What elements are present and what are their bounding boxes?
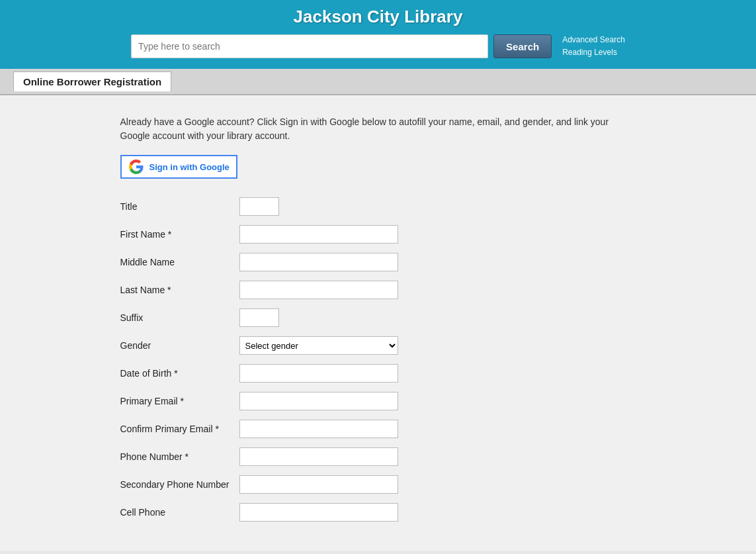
form-row-phone: Phone Number * [120,447,636,466]
form-row-cell-phone: Cell Phone [120,503,636,522]
label-cell-phone: Cell Phone [120,507,239,518]
form-row-middle-name: Middle Name [120,253,636,271]
advanced-search-link[interactable]: Advanced Search [562,34,625,46]
middle-name-field[interactable] [239,253,398,271]
reading-levels-link[interactable]: Reading Levels [562,46,617,59]
suffix-field[interactable] [239,308,279,327]
label-gender: Gender [120,340,239,351]
main-content: Already have a Google account? Click Sig… [0,95,756,551]
form-row-gender: Gender Select gender Male Female Non-bin… [120,336,636,355]
label-phone: Phone Number * [120,451,239,462]
title-field[interactable] [239,197,279,216]
primary-email-field[interactable] [239,392,398,410]
nav-bar: Online Borrower Registration [0,69,756,95]
label-secondary-phone: Secondary Phone Number [120,479,239,492]
label-confirm-email: Confirm Primary Email * [120,423,239,436]
dob-field[interactable] [239,364,398,383]
form-row-title: Title [120,197,636,216]
form-row-first-name: First Name * [120,225,636,244]
first-name-field[interactable] [239,225,398,244]
form-row-secondary-phone: Secondary Phone Number [120,475,636,494]
google-icon [128,159,144,175]
form-row-suffix: Suffix [120,308,636,327]
form-container: Already have a Google account? Click Sig… [120,115,636,522]
gender-field[interactable]: Select gender Male Female Non-binary Pre… [239,336,398,355]
label-primary-email: Primary Email * [120,396,239,406]
header-links: Advanced Search Reading Levels [562,34,625,59]
label-title: Title [120,201,239,212]
google-signin-label: Sign in with Google [149,162,230,172]
form-row-dob: Date of Birth * [120,364,636,383]
form-row-last-name: Last Name * [120,281,636,299]
form-row-confirm-email: Confirm Primary Email * [120,420,636,438]
last-name-field[interactable] [239,281,398,299]
search-button[interactable]: Search [493,34,552,58]
search-input[interactable] [131,34,488,58]
search-row: Search Advanced Search Reading Levels [13,34,743,59]
label-first-name: First Name * [120,229,239,240]
site-title: Jackson City Library [294,7,463,27]
form-row-primary-email: Primary Email * [120,392,636,410]
secondary-phone-field[interactable] [239,475,398,494]
confirm-email-field[interactable] [239,420,398,438]
nav-item-registration[interactable]: Online Borrower Registration [13,71,171,91]
google-info-text: Already have a Google account? Click Sig… [120,115,636,143]
google-signin-button[interactable]: Sign in with Google [120,155,237,179]
label-last-name: Last Name * [120,285,239,295]
label-dob: Date of Birth * [120,368,239,379]
header: Jackson City Library Search Advanced Sea… [0,0,756,69]
label-middle-name: Middle Name [120,257,239,267]
label-suffix: Suffix [120,312,239,323]
cell-phone-field[interactable] [239,503,398,522]
phone-field[interactable] [239,447,398,466]
